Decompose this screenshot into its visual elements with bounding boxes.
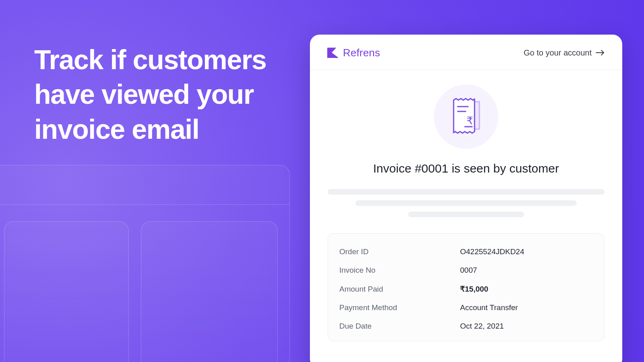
brand-name: Refrens <box>343 47 380 59</box>
marketing-canvas: Track if customers have viewed your invo… <box>0 0 644 362</box>
detail-row-due-date: Due Date Oct 22, 2021 <box>339 317 593 335</box>
skeleton-line <box>355 200 577 206</box>
decorative-card-inner-right <box>141 221 278 362</box>
detail-label: Payment Method <box>339 303 460 312</box>
hero-headline-line3: invoice email <box>34 114 199 144</box>
email-tracking-panel: Refrens Go to your account <box>310 35 622 362</box>
go-to-account-link[interactable]: Go to your account <box>524 48 605 58</box>
go-to-account-label: Go to your account <box>524 48 592 58</box>
invoice-status-title: Invoice #0001 is seen by customer <box>373 162 559 175</box>
invoice-receipt-icon: ₹ <box>450 98 482 136</box>
skeleton-line <box>408 212 524 217</box>
detail-row-invoice-no: Invoice No 0007 <box>339 261 593 280</box>
detail-label: Invoice No <box>339 266 460 275</box>
invoice-icon-bubble: ₹ <box>434 84 498 149</box>
detail-row-order-id: Order ID O4225524JDKD24 <box>339 243 593 261</box>
refrens-logo-icon <box>327 47 339 59</box>
text-skeleton-group <box>328 189 605 217</box>
detail-row-amount-paid: Amount Paid ₹15,000 <box>339 280 593 298</box>
decorative-card-inner-left <box>4 221 129 362</box>
decorative-divider <box>0 204 290 205</box>
skeleton-line <box>328 189 605 195</box>
detail-label: Order ID <box>339 247 460 256</box>
detail-label: Due Date <box>339 322 460 331</box>
arrow-right-icon <box>596 48 605 58</box>
svg-text:₹: ₹ <box>466 115 473 127</box>
detail-label: Amount Paid <box>339 285 460 294</box>
hero-headline-line2: have viewed your <box>34 79 254 109</box>
brand: Refrens <box>327 47 380 59</box>
detail-value: ₹15,000 <box>460 284 593 294</box>
detail-value: O4225524JDKD24 <box>460 247 593 256</box>
detail-value: Account Transfer <box>460 303 593 312</box>
panel-body: ₹ Invoice #0001 is seen by customer Orde… <box>310 70 622 341</box>
invoice-details-card: Order ID O4225524JDKD24 Invoice No 0007 … <box>328 233 605 341</box>
panel-header: Refrens Go to your account <box>310 35 622 70</box>
detail-row-payment-method: Payment Method Account Transfer <box>339 298 593 317</box>
detail-value: 0007 <box>460 266 593 275</box>
detail-value: Oct 22, 2021 <box>460 322 593 331</box>
hero-headline: Track if customers have viewed your invo… <box>34 42 266 146</box>
hero-headline-line1: Track if customers <box>34 44 266 75</box>
